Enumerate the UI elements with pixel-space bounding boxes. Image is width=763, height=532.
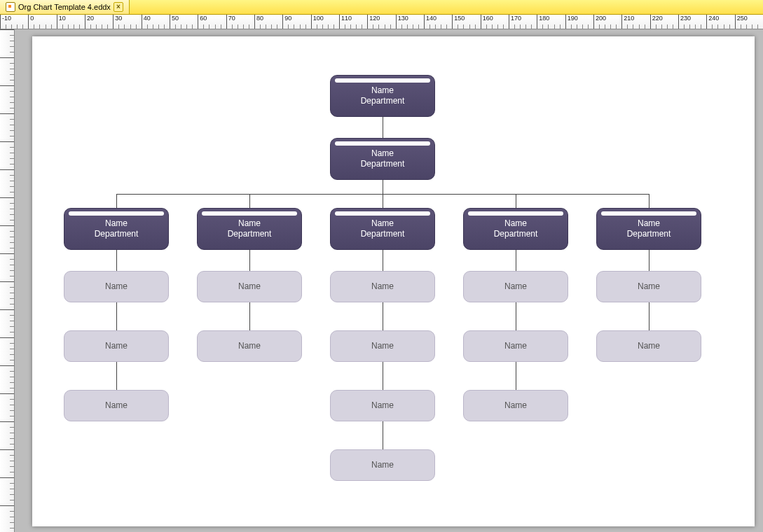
org-node-leaf[interactable]: Name [330,330,435,362]
node-name: Name [105,281,128,292]
connector [383,194,383,208]
canvas[interactable]: Name Department Name Department Name Dep… [15,29,763,532]
ruler-label: 80 [256,15,263,22]
org-node-leaf[interactable]: Name [463,330,568,362]
org-node-leaf[interactable]: Name [330,390,435,421]
org-node-dept-a[interactable]: Name Department [64,208,169,250]
node-name: Name [371,218,394,229]
org-node-leaf[interactable]: Name [197,330,302,362]
node-name: Name [504,400,527,411]
node-dept: Department [494,229,538,239]
node-name: Name [371,460,394,470]
page[interactable]: Name Department Name Department Name Dep… [32,36,755,526]
connector [249,194,250,208]
ruler-label: 60 [200,15,207,22]
node-name: Name [371,400,394,411]
connector [116,194,117,208]
org-node-leaf[interactable]: Name [330,271,435,302]
node-name: Name [504,281,527,292]
ruler-label: 50 [172,15,179,22]
org-node-leaf[interactable]: Name [197,271,302,302]
node-dept: Department [627,229,671,239]
org-node-leaf[interactable]: Name [330,449,435,481]
ruler-label: 120 [369,15,380,22]
node-name: Name [638,218,660,229]
node-dept: Department [95,229,139,239]
org-node-top[interactable]: Name Department [330,75,435,117]
node-name: Name [504,341,527,351]
org-node-leaf[interactable]: Name [64,330,169,362]
ruler-label: 170 [511,15,521,22]
ruler-label: 190 [568,15,578,22]
node-name: Name [371,148,394,159]
connector [383,180,383,194]
ruler-label: 20 [87,15,94,22]
node-name: Name [371,341,394,351]
ruler-label: 90 [284,15,291,22]
org-node-dept-e[interactable]: Name Department [596,208,701,250]
ruler-label: 70 [228,15,235,22]
org-node-leaf[interactable]: Name [596,271,701,302]
ruler-label: 10 [59,15,66,22]
close-icon[interactable]: × [114,2,123,12]
node-dept: Department [228,229,272,239]
org-node-leaf[interactable]: Name [463,271,568,302]
node-name: Name [238,341,261,351]
node-name: Name [238,218,261,229]
ruler-label: 110 [341,15,352,22]
ruler-label: 100 [313,15,324,22]
org-node-leaf[interactable]: Name [64,271,169,302]
ruler-label: 0 [30,15,34,22]
document-tab-bar: Org Chart Template 4.eddx × [0,0,763,15]
ruler-label: 160 [483,15,493,22]
ruler-label: 210 [624,15,634,22]
connector [516,194,516,208]
node-name: Name [638,341,660,351]
document-icon [6,2,15,12]
connector [383,117,383,138]
connector [649,194,649,208]
node-name: Name [238,281,261,292]
document-tab[interactable]: Org Chart Template 4.eddx × [0,0,130,14]
ruler-label: 30 [115,15,122,22]
org-node-dept-d[interactable]: Name Department [463,208,568,250]
ruler-label: 200 [596,15,606,22]
node-name: Name [371,281,394,292]
ruler-label: 140 [426,15,437,22]
ruler-label: 130 [398,15,408,22]
org-node-dept-c[interactable]: Name Department [330,208,435,250]
node-name: Name [371,85,394,96]
node-name: Name [105,341,128,351]
ruler-label: 180 [539,15,549,22]
ruler-label: 220 [652,15,663,22]
ruler-label: 40 [144,15,151,22]
document-tab-label: Org Chart Template 4.eddx [18,3,111,11]
ruler-label: 240 [708,15,719,22]
ruler-label: -10 [2,15,11,22]
node-dept: Department [361,96,405,106]
ruler-label: 250 [737,15,748,22]
node-name: Name [105,218,128,229]
ruler-label: 230 [680,15,691,22]
org-node-leaf[interactable]: Name [463,390,568,421]
ruler-label: 150 [454,15,465,22]
node-name: Name [105,400,128,411]
org-node-leaf[interactable]: Name [64,390,169,421]
org-node-dept-b[interactable]: Name Department [197,208,302,250]
org-node-second[interactable]: Name Department [330,138,435,180]
org-node-leaf[interactable]: Name [596,330,701,362]
workspace: Name Department Name Department Name Dep… [0,29,763,532]
horizontal-ruler[interactable]: -100102030405060708090100110120130140150… [0,15,763,29]
node-name: Name [504,218,527,229]
node-dept: Department [361,229,405,239]
node-dept: Department [361,159,405,169]
node-name: Name [638,281,660,292]
vertical-ruler[interactable] [0,29,15,532]
